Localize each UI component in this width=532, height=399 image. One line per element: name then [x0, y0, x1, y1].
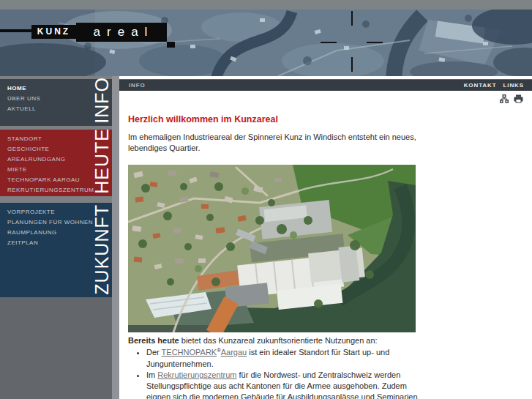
technopark-link[interactable]: TECHNOPARK	[162, 348, 217, 357]
sidebar: HOME ÜBER UNS AKTUELL INFO STANDORT GESC…	[0, 76, 112, 399]
logo-square	[167, 42, 175, 48]
sidebar-section-info: HOME ÜBER UNS AKTUELL INFO	[0, 79, 112, 126]
sidebar-divider-strip	[112, 76, 119, 399]
topbar-links: KONTAKT LINKS	[464, 82, 524, 89]
lead-bold: Bereits heute	[128, 336, 179, 345]
banner-aerial-photo	[0, 10, 532, 76]
list-item-technopark: Der TECHNOPARK®Aargau ist ein idealer St…	[146, 347, 430, 370]
vertical-label-heute: HEUTE	[92, 128, 112, 194]
intro-paragraph: Im ehemaligen Industrieareal der Spinner…	[128, 132, 422, 154]
bullet1-pre: Der	[146, 348, 162, 357]
page: KUNZ areal HOME ÜBER UNS AKTUELL INFO ST…	[0, 0, 532, 399]
rekrutierungszentrum-link[interactable]: Rekrutierungszentrum	[157, 370, 236, 379]
toolbar-icons	[500, 94, 523, 103]
links-link[interactable]: LINKS	[503, 82, 525, 89]
vertical-label-info: INFO	[92, 77, 112, 124]
registered-mark: ®	[217, 347, 221, 354]
usage-list: Der TECHNOPARK®Aargau ist ein idealer St…	[128, 347, 430, 399]
aargau-link[interactable]: Aargau	[221, 348, 247, 357]
sidebar-footer-area	[0, 297, 112, 399]
sidebar-section-zukunft: VORPROJEKTE PLANUNGEN FÜR WOHNEN RAUMPLA…	[0, 203, 112, 297]
print-icon[interactable]	[514, 94, 523, 103]
sidebar-section-heute: STANDORT GESCHICHTE AREALRUNDGANG MIETE …	[0, 130, 112, 196]
kontakt-link[interactable]: KONTAKT	[464, 82, 497, 89]
vertical-label-zukunft: ZUKUNFT	[92, 204, 112, 295]
lead-rest: bietet das Kunzareal zukunftsorientierte…	[179, 336, 378, 345]
content-aerial-photo	[128, 165, 416, 332]
logo-kunz[interactable]: KUNZ	[31, 25, 76, 39]
logo-areal[interactable]: areal	[76, 23, 167, 42]
list-item-rekrutierungszentrum: Im Rekrutierungszentrum für die Nordwest…	[146, 370, 430, 399]
section-indicator: INFO	[129, 82, 146, 89]
logo-rule	[0, 29, 33, 32]
page-title: Herzlich willkommen im Kunzareal	[128, 114, 278, 124]
top-strip	[0, 0, 532, 10]
content-top-bar: INFO KONTAKT LINKS	[119, 79, 532, 91]
bullet2-pre: Im	[146, 370, 157, 379]
lead-paragraph: Bereits heute bietet das Kunzareal zukun…	[128, 335, 428, 346]
sitemap-icon[interactable]	[500, 94, 509, 103]
banner: KUNZ areal	[0, 10, 532, 76]
